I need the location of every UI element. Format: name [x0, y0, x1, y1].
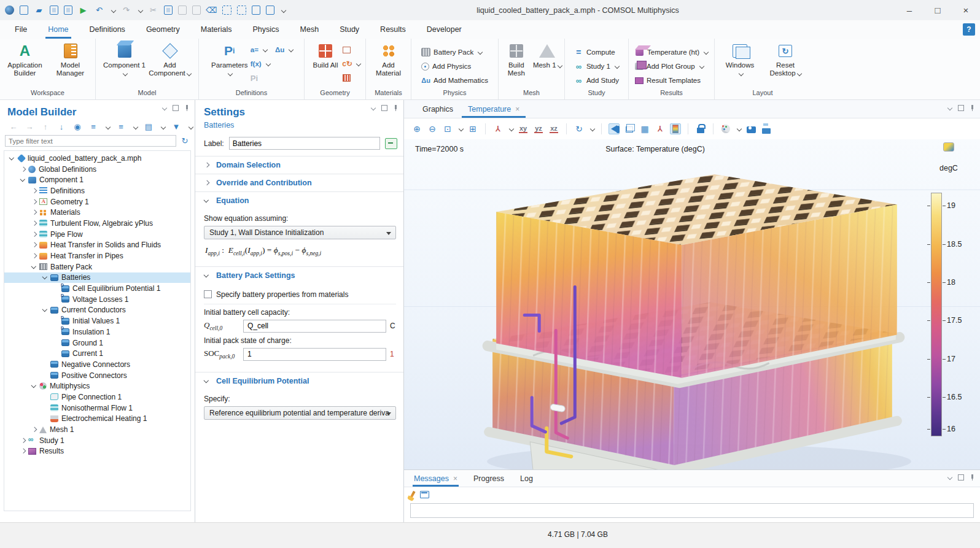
equation-assuming-dropdown[interactable]: Study 1, Wall Distance Initialization — [204, 226, 396, 239]
capacity-input[interactable] — [243, 320, 386, 333]
functions-button[interactable]: f(x) — [251, 60, 262, 68]
add-physics-button[interactable]: Add Physics — [421, 60, 488, 72]
deselect-box-icon[interactable] — [237, 6, 246, 15]
copy-icon[interactable] — [164, 6, 173, 15]
panel-menu-icon[interactable] — [370, 105, 376, 111]
model-tree-nodes-icon[interactable]: ▤ — [144, 122, 154, 131]
tree-item[interactable]: Materials — [4, 207, 190, 218]
chevron-down-icon[interactable] — [510, 127, 513, 131]
menu-developer[interactable]: Developer — [427, 20, 462, 39]
forward-icon[interactable]: → — [25, 122, 34, 131]
tree-item[interactable]: Turbulent Flow, Algebraic yPlus — [4, 218, 190, 229]
chevron-collapsed-icon[interactable] — [19, 447, 28, 455]
chevron-down-icon[interactable] — [189, 125, 193, 129]
add-material-button[interactable]: Add Material — [369, 41, 408, 77]
show-icon[interactable]: ◉ — [72, 122, 82, 131]
menu-study[interactable]: Study — [340, 20, 359, 39]
tree-item[interactable]: Voltage Losses 1 — [4, 294, 190, 305]
expand-all-icon[interactable]: ≡ — [116, 122, 126, 131]
tree-item[interactable]: Nonisothermal Flow 1 — [4, 403, 190, 414]
chevron-collapsed-icon[interactable] — [30, 425, 39, 434]
open-file-icon[interactable]: ▰ — [34, 5, 44, 15]
close-tab-icon[interactable]: × — [453, 474, 457, 483]
menu-mesh[interactable]: Mesh — [300, 20, 319, 39]
save-as-icon[interactable] — [64, 6, 72, 15]
tree-item[interactable]: Electrochemical Heating 1 — [4, 414, 190, 425]
menu-file[interactable]: File — [15, 20, 27, 39]
tree-item[interactable]: Geometry 1 — [4, 196, 190, 207]
tree-item[interactable]: Results — [4, 446, 190, 457]
view-yz-icon[interactable]: yz — [534, 125, 543, 133]
tree-item[interactable]: Multiphysics — [4, 380, 190, 392]
tree-item[interactable]: Current Conductors — [4, 305, 190, 316]
tree-item[interactable]: Insulation 1 — [4, 326, 190, 338]
tree-filter-input[interactable] — [5, 135, 176, 147]
add-study-button[interactable]: ∞Add Study — [574, 74, 619, 87]
panel-float-icon[interactable] — [381, 105, 387, 111]
chevron-collapsed-icon[interactable] — [30, 230, 39, 239]
color-legend-icon[interactable] — [670, 123, 681, 134]
label-options-button[interactable] — [385, 138, 397, 149]
tree-item[interactable]: Heat Transfer in Solids and Fluids — [4, 240, 190, 251]
menu-geometry[interactable]: Geometry — [146, 20, 180, 39]
undo-icon[interactable]: ↶ — [94, 5, 104, 15]
chevron-down-icon[interactable] — [591, 127, 594, 131]
tree-item[interactable]: Mesh 1 — [4, 424, 190, 435]
find-replace-icon[interactable] — [266, 6, 274, 15]
menu-results[interactable]: Results — [380, 20, 406, 39]
section-override-contribution[interactable]: Override and Contribution — [195, 174, 403, 191]
chevron-collapsed-icon[interactable] — [30, 198, 39, 206]
component1-button[interactable]: Component 1 — [103, 41, 147, 77]
filter-funnel-icon[interactable]: ▼ — [171, 122, 181, 131]
section-domain-selection[interactable]: Domain Selection — [195, 156, 403, 174]
tree-item[interactable]: Pipe Flow — [4, 229, 190, 240]
section-battery-pack-settings[interactable]: Battery Pack Settings — [195, 267, 403, 284]
color-theme-icon[interactable] — [720, 123, 731, 134]
print-icon[interactable] — [761, 123, 772, 134]
close-button[interactable]: × — [952, 0, 980, 20]
add-mathematics-button[interactable]: ΔuAdd Mathematics — [421, 74, 488, 87]
tree-item[interactable]: Component 1 — [4, 174, 190, 185]
panel-menu-icon[interactable] — [947, 105, 953, 111]
tree-item[interactable]: Definitions — [4, 185, 190, 196]
panel-pin-icon[interactable] — [969, 474, 975, 480]
minimize-button[interactable]: – — [895, 0, 924, 20]
menu-physics[interactable]: Physics — [252, 20, 279, 39]
tab-graphics[interactable]: Graphics — [416, 100, 459, 118]
chevron-down-icon[interactable] — [161, 125, 165, 129]
tree-item[interactable]: Ground 1 — [4, 338, 190, 349]
reset-desktop-button[interactable]: ↻ Reset Desktop — [763, 41, 807, 77]
mesh1-button[interactable]: Mesh 1 — [532, 41, 562, 69]
zoom-extents-icon[interactable]: ⊞ — [467, 123, 478, 134]
import-geometry-icon[interactable] — [343, 47, 351, 53]
rotate-icon[interactable]: ↻ — [574, 123, 585, 134]
tree-item-root[interactable]: liquid_cooled_battery_pack_a.mph — [4, 153, 190, 164]
build-mesh-button[interactable]: Build Mesh — [501, 41, 531, 77]
help-button[interactable]: ? — [963, 23, 975, 36]
move-down-icon[interactable]: ↓ — [56, 122, 66, 131]
specify-dropdown[interactable]: Reference equilibrium potential and temp… — [204, 406, 396, 420]
back-icon[interactable]: ← — [9, 122, 18, 131]
close-tab-icon[interactable]: × — [515, 105, 519, 114]
section-equation[interactable]: Equation — [195, 192, 403, 209]
panel-pin-icon[interactable] — [184, 105, 190, 111]
panel-menu-icon[interactable] — [947, 474, 953, 480]
menu-definitions[interactable]: Definitions — [90, 20, 125, 39]
panel-menu-icon[interactable] — [161, 105, 168, 111]
select-box-icon[interactable] — [222, 6, 231, 15]
tree-item[interactable]: Current 1 — [4, 348, 190, 359]
zoom-box-icon[interactable]: ⊡ — [442, 123, 453, 134]
panel-float-icon[interactable] — [173, 105, 179, 111]
chevron-expanded-icon[interactable] — [41, 273, 50, 282]
virtual-operations-icon[interactable] — [343, 74, 351, 82]
tab-messages[interactable]: Messages× — [414, 470, 457, 487]
zoom-in-icon[interactable]: ⊕ — [411, 123, 422, 134]
chevron-down-icon[interactable] — [106, 125, 110, 129]
nonlocal-couplings-button[interactable]: Δu — [275, 46, 284, 53]
scene-light-icon[interactable] — [609, 123, 620, 134]
chevron-expanded-icon[interactable] — [30, 382, 39, 390]
panel-pin-icon[interactable] — [392, 105, 399, 111]
view-xy-icon[interactable]: xy — [519, 125, 527, 133]
windows-button[interactable]: Windows — [718, 41, 762, 77]
refresh-icon[interactable]: ↻ — [180, 136, 190, 145]
